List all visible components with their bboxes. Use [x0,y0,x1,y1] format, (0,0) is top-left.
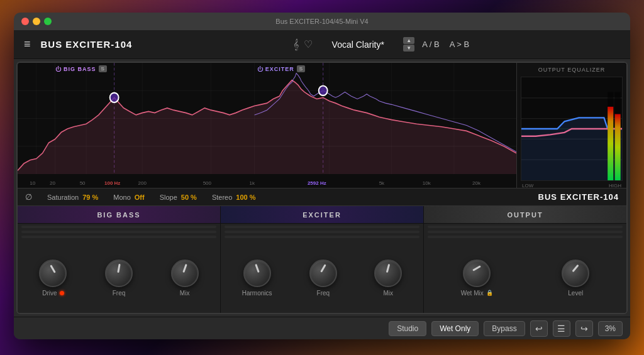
freq-20: 20 [50,180,55,186]
window-title: Bus EXCITER-104/45-Mini V4 [275,18,368,25]
menu-icon[interactable]: ≡ [24,38,31,51]
undo-button[interactable]: ↩ [530,320,548,337]
bottom-bar: Studio Wet Only Bypass ↩ ☰ ↪ 3% [14,317,630,339]
wet-mix-label: Wet Mix 🔒 [461,290,493,297]
mono-item: Mono Off [113,194,144,201]
preset-name[interactable]: Vocal Clarity* [320,40,396,50]
slope-label: Slope [160,194,177,201]
exc-slider-3[interactable] [225,236,419,238]
out-slider-2[interactable] [428,231,623,233]
freq-5k: 5k [379,180,384,186]
bb-mix-knob[interactable] [171,259,199,287]
maximize-button[interactable] [44,18,52,25]
freq-500: 500 [203,180,211,186]
out-slider-1[interactable] [428,226,623,228]
exc-mix-knob[interactable] [374,259,402,287]
svg-point-14 [110,93,119,102]
minimize-button[interactable] [33,18,40,25]
slope-item: Slope 50 % [160,194,197,201]
exc-freq-knob[interactable] [309,259,337,287]
stereo-value[interactable]: 100 % [236,194,255,201]
eq-grid[interactable] [521,77,623,181]
freq-10: 10 [30,180,35,186]
exc-mix-group: Mix [374,259,402,297]
app-container: ≡ BUS EXCITER-104 𝄞 ♡ Vocal Clarity* ▲ ▼… [14,30,630,339]
bb-freq-knob[interactable] [105,259,133,287]
out-slider-3[interactable] [428,236,623,238]
favorite-icon[interactable]: ♡ [304,38,313,50]
wet-mix-knob[interactable] [463,259,491,287]
bb-slider-1[interactable] [21,226,216,228]
library-icon[interactable]: 𝄞 [293,39,299,50]
exc-slider-2[interactable] [225,231,419,233]
window-controls [21,18,52,25]
mono-value[interactable]: Off [135,194,145,201]
output-knob-row: Wet Mix 🔒 Level [424,240,626,313]
redo-button[interactable]: ↪ [575,320,593,337]
bypass-button[interactable]: Bypass [484,321,525,336]
svg-point-15 [319,85,328,95]
freq-200: 200 [138,180,147,186]
big-bass-module-label: BIG BASS [97,211,140,219]
output-eq-title: OUTPUT EQUALIZER [521,67,623,73]
drive-knob[interactable] [39,259,67,287]
bb-freq-label: Freq [113,290,126,297]
eq-svg [521,77,622,180]
preset-up-button[interactable]: ▲ [403,37,414,44]
spectrum-svg [18,63,516,188]
percent-button[interactable]: 3% [598,321,623,336]
svg-rect-22 [608,107,613,180]
header-bar: ≡ BUS EXCITER-104 𝄞 ♡ Vocal Clarity* ▲ ▼… [14,30,630,59]
info-bar: ∅ Saturation 79 % Mono Off Slope 50 % St… [18,188,626,206]
plugin-body: ⏻ BIG BASS S ⏻ EXCITER S [16,62,628,314]
big-bass-section: BIG BASS Drive [18,206,221,313]
big-bass-knob-row: Drive Freq Mix [18,240,220,313]
bb-slider-2[interactable] [21,231,216,233]
exc-freq-group: Freq [309,259,337,297]
lock-icon: 🔒 [486,290,493,296]
level-label: Level [568,290,583,297]
freq-2592hz: 2592 Hz [308,180,326,186]
eq-high-label: HIGH [609,183,621,188]
bb-mix-group: Mix [171,259,199,297]
saturation-value[interactable]: 79 % [82,194,98,201]
spectrum-display: ⏻ BIG BASS S ⏻ EXCITER S [18,63,516,188]
phase-icon[interactable]: ∅ [25,192,32,202]
freq-10k: 10k [423,180,431,186]
bb-slider-3[interactable] [21,236,216,238]
drive-indicator [60,291,64,295]
harmonics-knob[interactable] [243,259,271,287]
saturation-label: Saturation [47,194,79,201]
studio-button[interactable]: Studio [389,321,426,336]
slope-value[interactable]: 50 % [181,194,197,201]
ab-label[interactable]: A / B [422,40,439,49]
level-knob[interactable] [562,259,589,287]
exciter-module-label: EXCITER [303,211,341,219]
ab-compare[interactable]: A > B [450,40,469,49]
exc-freq-label: Freq [317,290,330,297]
drive-group: Drive [39,259,67,297]
header-center: 𝄞 ♡ Vocal Clarity* ▲ ▼ A / B A > B [293,37,469,52]
freq-20k: 20k [472,180,480,186]
close-button[interactable] [21,18,29,25]
output-module-label: OUTPUT [507,211,543,219]
title-bar: Bus EXCITER-104/45-Mini V4 [14,13,630,30]
menu-button[interactable]: ☰ [553,320,570,337]
preset-arrows: ▲ ▼ [403,37,414,52]
harmonics-label: Harmonics [242,290,272,297]
exciter-section: EXCITER Harmonics Fr [221,206,424,313]
freq-50: 50 [80,180,86,186]
preset-down-button[interactable]: ▼ [403,45,414,52]
output-sliders [424,224,626,240]
freq-100hz: 100 Hz [104,180,120,186]
output-header: OUTPUT [424,206,626,224]
eq-labels: LOW HIGH [521,183,623,188]
stereo-label: Stereo [212,194,232,201]
wet-only-button[interactable]: Wet Only [431,321,479,336]
saturation-item: Saturation 79 % [47,194,98,201]
output-eq-panel: OUTPUT EQUALIZER [516,63,626,188]
display-area: ⏻ BIG BASS S ⏻ EXCITER S [18,63,626,188]
app-title: BUS EXCITER-104 [41,39,133,50]
exc-slider-1[interactable] [225,226,419,228]
exciter-knob-row: Harmonics Freq Mix [221,240,423,313]
